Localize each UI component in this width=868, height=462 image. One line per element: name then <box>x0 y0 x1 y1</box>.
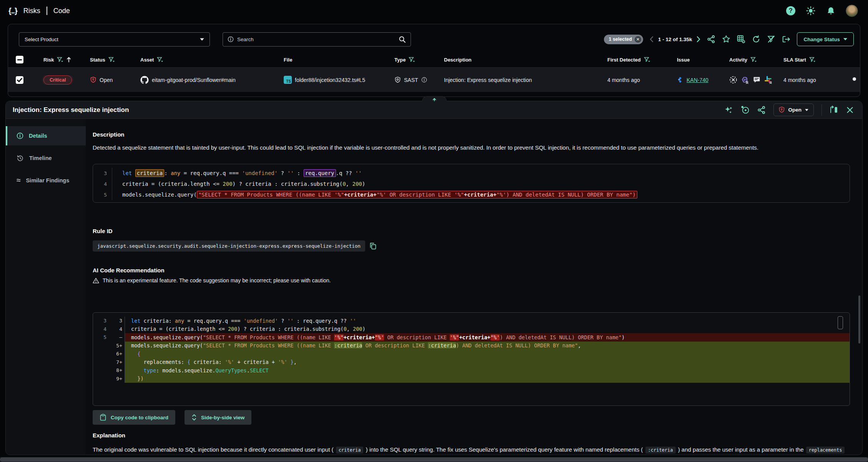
table-scrollbar-thumb[interactable] <box>853 77 856 81</box>
chevron-down-icon <box>200 38 204 41</box>
col-first-detected: First Detected <box>607 57 641 63</box>
filter-icon[interactable] <box>409 57 415 63</box>
panel-scrollbar-thumb[interactable] <box>858 295 860 344</box>
avatar[interactable] <box>846 5 858 17</box>
help-icon[interactable]: ? <box>786 6 796 16</box>
description-value: Injection: Express sequelize injection <box>444 77 532 83</box>
change-status-label: Change Status <box>803 37 840 42</box>
select-all-checkbox[interactable] <box>16 56 23 63</box>
dock-panel-icon[interactable] <box>830 105 838 114</box>
typescript-file-icon: TS <box>284 76 292 84</box>
sast-shield-icon <box>394 77 401 83</box>
diff-code-lines: 33let criteria: any = req.query.q === 'u… <box>93 317 850 383</box>
tab-similar-label: Similar Findings <box>26 177 69 183</box>
comment-icon[interactable] <box>753 76 761 84</box>
clipboard-icon <box>100 414 106 421</box>
table-row[interactable]: Critical Open eitam-gitgoat-prod/Sunflow… <box>8 67 860 92</box>
filter-icon[interactable] <box>750 57 757 63</box>
risk-badge: Critical <box>43 75 72 85</box>
prev-page-icon[interactable] <box>650 36 653 42</box>
col-risk: Risk <box>43 57 54 63</box>
tab-similar-findings[interactable]: ≈ Similar Findings <box>6 171 86 190</box>
side-by-side-icon <box>191 414 197 421</box>
filter-icon[interactable] <box>644 57 650 63</box>
copy-icon[interactable] <box>369 242 377 250</box>
first-detected-value: 4 months ago <box>607 77 640 83</box>
panel-title: Injection: Express sequelize injection <box>13 106 129 114</box>
pagination: 1 - 12 of 1.35k <box>650 36 701 42</box>
clear-selection-icon[interactable]: ✕ <box>635 36 641 43</box>
tab-details-label: Details <box>29 133 47 139</box>
risks-table-card: Select Product 1 selected ✕ 1 - 12 of 1.… <box>8 24 860 97</box>
search-input[interactable] <box>237 37 395 42</box>
scan-target-icon[interactable] <box>741 105 750 114</box>
ai-sparkles-icon[interactable] <box>724 105 733 114</box>
breadcrumb: Risks Code <box>23 7 70 15</box>
notifications-bell-icon[interactable] <box>826 6 836 16</box>
issue-link[interactable]: KAN-740 <box>687 77 708 83</box>
side-by-side-label: Side-by-side view <box>201 415 244 420</box>
share-icon[interactable] <box>757 106 766 114</box>
page-title-risks: Risks <box>23 7 40 15</box>
title-divider <box>47 7 47 15</box>
favorite-view-icon[interactable] <box>722 35 730 43</box>
info-icon[interactable] <box>421 77 427 83</box>
info-icon <box>17 132 23 139</box>
diff-line: 6+ { <box>93 350 850 358</box>
rule-id-value: javascript.sequelize.security.audit.sequ… <box>93 240 365 252</box>
copy-code-button[interactable]: Copy code to clipboard <box>93 410 175 425</box>
ai-warning-text: This is an experimental feature. The cod… <box>103 277 331 284</box>
side-by-side-button[interactable]: Side-by-side view <box>185 410 251 425</box>
col-sla-start: SLA Start <box>783 57 806 63</box>
product-select[interactable]: Select Product <box>19 32 210 47</box>
export-icon[interactable] <box>782 35 790 43</box>
warning-icon <box>93 278 99 284</box>
col-description: Description <box>444 57 472 63</box>
vulnerable-code-block: 3let criteria: any = req.query.q === 'un… <box>93 164 850 203</box>
row-checkbox[interactable] <box>16 76 23 84</box>
slack-notify-icon[interactable] <box>764 76 772 84</box>
diff-scrollbar-thumb[interactable] <box>838 316 843 329</box>
change-status-button[interactable]: Change Status <box>797 32 854 46</box>
jira-icon <box>677 77 683 83</box>
diff-line: 8+ type: models.sequelize.QueryTypes.SEL… <box>93 366 850 375</box>
sort-asc-icon[interactable] <box>67 57 71 62</box>
filter-icon[interactable] <box>57 57 63 63</box>
diff-line: 5+models.sequelize.query("SELECT * FROM … <box>93 342 850 350</box>
description-heading: Description <box>93 131 125 138</box>
tab-timeline[interactable]: Timeline <box>6 148 86 168</box>
filter-icon[interactable] <box>157 57 163 63</box>
diff-code-block: 33let criteria: any = req.query.q === 'u… <box>93 312 850 406</box>
assign-fixer-icon[interactable] <box>741 76 749 84</box>
panel-sidebar: Details Timeline ≈ Similar Findings <box>6 119 86 454</box>
panel-header: Injection: Express sequelize injection O… <box>6 101 862 119</box>
divider <box>821 104 822 116</box>
selected-count-badge: 1 selected ✕ <box>604 35 643 44</box>
open-status-icon <box>779 107 785 113</box>
selected-count-label: 1 selected <box>609 37 632 42</box>
col-status: Status <box>90 57 105 63</box>
search-box[interactable] <box>223 32 411 47</box>
pagination-range: 1 - 12 of 1.35k <box>658 37 692 42</box>
table-settings-icon[interactable] <box>737 35 745 43</box>
horizontal-scrollbar[interactable] <box>0 457 868 462</box>
clear-filters-icon[interactable] <box>767 35 775 43</box>
code-line: 4criteria = (criteria.length <= 200) ? c… <box>93 178 850 189</box>
topbar: {..} Risks Code ? <box>0 0 868 22</box>
refresh-icon[interactable] <box>752 35 760 43</box>
filter-icon[interactable] <box>809 57 816 63</box>
vuln-code-lines: 3let criteria: any = req.query.q === 'un… <box>93 168 850 200</box>
share-icon[interactable] <box>707 35 715 43</box>
tab-details[interactable]: Details <box>6 126 86 145</box>
next-page-icon[interactable] <box>697 36 700 42</box>
ai-recommendation-heading: AI Code Recommendation <box>93 267 165 274</box>
horizontal-scrollbar-thumb[interactable] <box>0 457 868 462</box>
copy-code-label: Copy code to clipboard <box>111 415 168 420</box>
filter-icon[interactable] <box>108 57 115 63</box>
status-dropdown-button[interactable]: Open <box>773 103 814 116</box>
theme-toggle-icon[interactable] <box>806 6 816 16</box>
asset-value: eitam-gitgoat-prod/Sunflower#main <box>152 77 236 83</box>
close-icon[interactable] <box>846 106 854 114</box>
description-text: Detected a sequelize statement that is t… <box>93 143 858 152</box>
ignore-risk-icon[interactable] <box>729 76 737 84</box>
